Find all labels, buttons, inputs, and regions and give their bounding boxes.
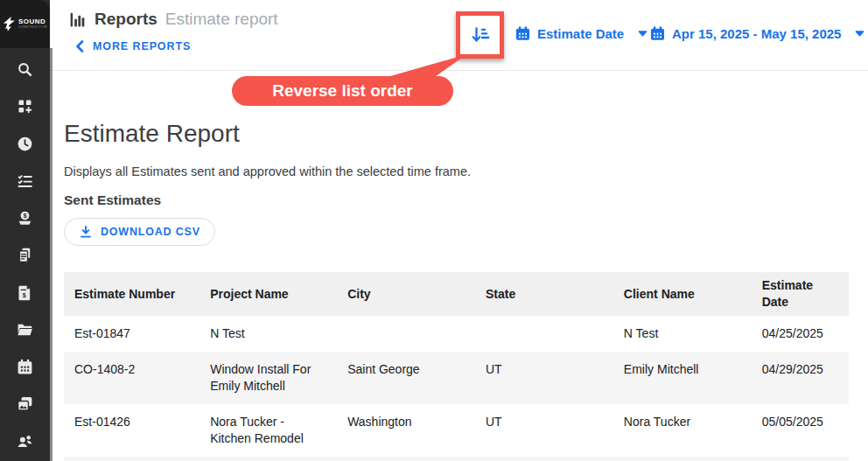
logo-title: SOUND <box>18 18 47 25</box>
sidebar-item-history[interactable] <box>0 125 50 163</box>
sidebar-item-invoices[interactable]: $ <box>0 274 50 311</box>
app-logo[interactable]: SOUND CONSTRUCTION <box>0 0 50 48</box>
sidebar-item-photos[interactable] <box>0 386 50 423</box>
breadcrumb-primary: Reports <box>94 10 158 29</box>
table-cell: N Test <box>613 316 752 352</box>
sidebar-item-projects[interactable] <box>0 311 50 349</box>
app-window: $ $ SOUND CONSTRUCTI <box>0 0 868 461</box>
table-cell: N Test <box>200 316 337 352</box>
table-row: CO-1408-2Window Install For Emily Mitche… <box>64 352 849 404</box>
apps-add-icon <box>16 97 34 115</box>
history-clock-icon <box>16 135 34 153</box>
sidebar: $ $ <box>0 0 50 461</box>
table-cell: Window Install For Emily Mitchell <box>200 352 337 404</box>
sidebar-item-income[interactable]: $ <box>0 199 50 237</box>
folder-icon <box>16 320 34 339</box>
breadcrumb-secondary: Estimate report <box>165 10 278 29</box>
team-icon <box>16 432 34 451</box>
sidebar-item-schedule[interactable] <box>0 348 50 386</box>
table-cell: Est-01764 <box>64 457 200 461</box>
calendar-icon <box>16 358 34 376</box>
table-body: Est-01847N TestN Test04/25/2025CO-1408-2… <box>64 316 849 461</box>
table-cell: Nora Tucker <box>613 404 752 457</box>
sidebar-nav: $ $ <box>0 51 50 460</box>
table-cell: Nora Tucker - Kitchen Remodel <box>200 404 337 457</box>
date-field-label: Estimate Date <box>537 26 624 41</box>
main-area: Estimate Report Displays all Estimates s… <box>64 71 849 461</box>
column-header: Client Name <box>613 272 752 316</box>
invoice-icon: $ <box>16 283 34 302</box>
table-cell: 04/29/2025 <box>752 352 849 404</box>
calendar-icon <box>514 25 531 42</box>
sidebar-item-apps[interactable] <box>0 88 50 126</box>
download-csv-button[interactable]: DOWNLOAD CSV <box>64 218 215 246</box>
table-cell: 04/25/2025 <box>752 316 849 352</box>
chevron-left-icon <box>75 40 84 52</box>
breadcrumb: Reports Estimate report <box>68 10 278 29</box>
table-header-row: Estimate NumberProject NameCityStateClie… <box>64 272 849 316</box>
sound-logo-icon <box>3 17 16 31</box>
chevron-down-icon <box>855 31 864 37</box>
table-cell: Peter Parker <box>200 457 337 461</box>
table-cell <box>475 316 613 352</box>
checklist-icon <box>16 171 34 190</box>
sort-button-highlight-box <box>456 11 504 59</box>
table-row: Est-01764Peter ParkerPeter Parker05/08/2… <box>64 457 849 461</box>
table-cell: Saint George <box>337 352 475 404</box>
table-cell: UT <box>475 352 613 404</box>
column-header: Estimate Date <box>752 272 849 316</box>
table-row: Est-01426Nora Tucker - Kitchen RemodelWa… <box>64 404 849 457</box>
svg-text:$: $ <box>23 292 26 299</box>
sidebar-item-team[interactable] <box>0 423 50 460</box>
logo-subtitle: CONSTRUCTION <box>18 26 47 30</box>
chevron-down-icon <box>638 31 648 37</box>
photos-icon <box>16 395 34 413</box>
sidebar-item-documents[interactable] <box>0 237 50 275</box>
table-cell: Est-01847 <box>64 316 200 352</box>
download-csv-label: DOWNLOAD CSV <box>101 226 200 238</box>
sort-descending-icon <box>469 24 492 46</box>
column-header: State <box>475 272 613 316</box>
date-range-picker[interactable]: Apr 15, 2025 - May 15, 2025 <box>649 25 864 42</box>
table-cell: UT <box>475 404 613 457</box>
content-panel: Reports Estimate report MORE REPORTS Est… <box>52 0 868 461</box>
bar-chart-icon <box>68 10 87 29</box>
page-description: Displays all Estimates sent and approved… <box>64 164 849 179</box>
table-row: Est-01847N TestN Test04/25/2025 <box>64 316 849 352</box>
calendar-icon <box>649 25 666 42</box>
estimates-table: Estimate NumberProject NameCityStateClie… <box>64 272 849 461</box>
more-reports-label: MORE REPORTS <box>93 40 191 52</box>
search-icon <box>16 60 34 79</box>
table-cell: Peter Parker <box>613 457 752 461</box>
column-header: Estimate Number <box>64 272 200 316</box>
income-dollar-icon: $ <box>16 209 34 227</box>
download-icon <box>79 225 93 239</box>
table-cell: 05/08/2025 <box>752 457 849 461</box>
date-field-picker[interactable]: Estimate Date <box>514 25 648 42</box>
table-cell <box>337 316 475 352</box>
page-title: Estimate Report <box>64 119 849 149</box>
section-title: Sent Estimates <box>64 192 849 208</box>
reverse-list-order-button[interactable] <box>460 16 500 54</box>
column-header: Project Name <box>200 272 337 316</box>
sidebar-item-search[interactable] <box>0 51 50 88</box>
table-cell: 05/05/2025 <box>752 404 849 457</box>
table-cell: Emily Mitchell <box>613 352 752 404</box>
table-cell <box>475 457 613 461</box>
more-reports-link[interactable]: MORE REPORTS <box>75 40 191 52</box>
table-cell: Est-01426 <box>64 404 200 457</box>
column-header: City <box>337 272 475 316</box>
table-cell <box>337 457 475 461</box>
sidebar-item-tasks[interactable] <box>0 163 50 200</box>
table-cell: Washington <box>337 404 475 457</box>
document-icon <box>16 246 34 264</box>
date-range-label: Apr 15, 2025 - May 15, 2025 <box>672 26 841 41</box>
table-cell: CO-1408-2 <box>64 352 200 404</box>
